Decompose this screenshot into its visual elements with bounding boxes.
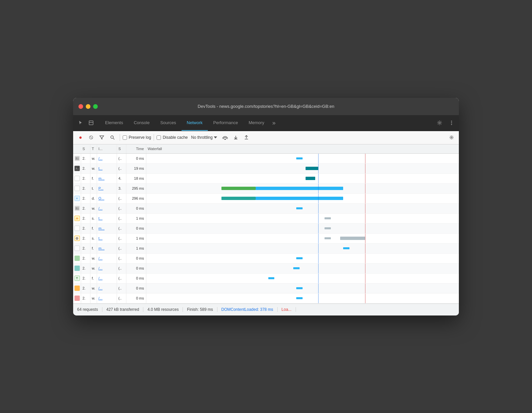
row-name[interactable]: /... xyxy=(97,294,117,303)
row-waterfall xyxy=(146,244,459,253)
row-type: f. xyxy=(90,274,97,283)
row-type: f. xyxy=(90,244,97,253)
header-size[interactable]: S xyxy=(117,144,126,153)
row-waterfall xyxy=(146,284,459,293)
row-type: w. xyxy=(90,264,97,273)
table-row[interactable]: 2.w.t...(..19 ms xyxy=(73,164,459,174)
table-header: S T I... S Time Waterfall xyxy=(73,144,459,154)
row-size: 3. xyxy=(117,184,126,193)
row-name[interactable]: P... xyxy=(97,184,117,193)
preserve-log-input[interactable] xyxy=(123,135,127,140)
filter-icon[interactable] xyxy=(97,133,106,142)
row-size: (.. xyxy=(117,254,126,263)
header-time[interactable]: Time xyxy=(126,144,146,153)
search-icon[interactable] xyxy=(108,133,117,142)
header-waterfall[interactable]: Waterfall xyxy=(146,147,459,151)
svg-rect-16 xyxy=(75,207,79,210)
table-row[interactable]: 2.w./...(..0 ms xyxy=(73,294,459,304)
svg-point-11 xyxy=(451,137,452,138)
row-name[interactable]: m... xyxy=(97,174,117,183)
table-row[interactable]: 2.w./...(..0 ms xyxy=(73,264,459,274)
tab-network[interactable]: Network xyxy=(182,115,208,131)
row-status: 2. xyxy=(81,224,90,233)
row-name[interactable]: O... xyxy=(97,194,117,203)
close-button[interactable] xyxy=(78,104,83,109)
row-icon xyxy=(73,254,81,263)
tab-sources[interactable]: Sources xyxy=(155,115,182,131)
maximize-button[interactable] xyxy=(93,104,98,109)
disable-cache-checkbox[interactable]: Disable cache xyxy=(157,135,188,140)
table-row[interactable]: 2.w./...(..0 ms xyxy=(73,284,459,294)
row-name[interactable]: t... xyxy=(97,234,117,243)
throttle-select[interactable]: No throttling xyxy=(189,134,219,140)
disable-cache-input[interactable] xyxy=(157,135,161,140)
table-row[interactable]: 2.w./...(..0 ms xyxy=(73,204,459,214)
row-time: 0 ms xyxy=(126,204,146,213)
row-name[interactable]: t... xyxy=(97,214,117,223)
row-size: 4. xyxy=(117,174,126,183)
row-name[interactable]: /... xyxy=(97,204,117,213)
table-row[interactable]: 2.f.m...4.18 ms xyxy=(73,174,459,184)
import-icon[interactable] xyxy=(231,133,240,142)
row-icon: JS xyxy=(73,214,81,223)
row-status: 2. xyxy=(81,164,90,173)
cursor-icon[interactable] xyxy=(76,118,85,127)
minimize-button[interactable] xyxy=(86,104,90,109)
preserve-log-checkbox[interactable]: Preserve log xyxy=(123,135,151,140)
table-row[interactable]: 2.w./...(..0 ms xyxy=(73,254,459,264)
more-tabs-button[interactable]: » xyxy=(270,119,278,126)
row-name[interactable]: /... xyxy=(97,254,117,263)
tab-console[interactable]: Console xyxy=(128,115,155,131)
header-status[interactable]: S xyxy=(81,144,90,153)
row-time: 0 ms xyxy=(126,154,146,163)
status-finish: Finish: 589 ms xyxy=(183,307,217,312)
row-icon: T xyxy=(73,274,81,283)
svg-point-3 xyxy=(451,121,452,122)
export-icon[interactable] xyxy=(242,133,251,142)
more-options-icon[interactable] xyxy=(447,118,456,127)
divider-2 xyxy=(154,134,154,141)
tab-performance[interactable]: Performance xyxy=(208,115,243,131)
row-name[interactable]: /... xyxy=(97,154,117,163)
divider-1 xyxy=(120,134,120,141)
settings-icon[interactable] xyxy=(435,118,444,127)
tabbar: Elements Console Sources Network Perform… xyxy=(73,115,459,131)
row-icon xyxy=(73,264,81,273)
row-name[interactable]: m... xyxy=(97,224,117,233)
network-conditions-icon[interactable] xyxy=(220,133,230,142)
table-row[interactable]: T2.f./...(..0 ms xyxy=(73,274,459,284)
status-domcontent: DOMContentLoaded: 378 ms xyxy=(217,307,278,312)
table-row[interactable]: 2.f.m...(..1 ms xyxy=(73,244,459,254)
row-size: (.. xyxy=(117,234,126,243)
stop-button[interactable] xyxy=(86,133,96,142)
row-name[interactable]: t... xyxy=(97,164,117,173)
window-title: DevTools - news.google.com/topstories?hl… xyxy=(198,104,334,109)
network-settings-icon[interactable] xyxy=(447,133,456,142)
row-icon xyxy=(73,174,81,183)
tab-elements[interactable]: Elements xyxy=(100,115,128,131)
row-name[interactable]: /... xyxy=(97,264,117,273)
row-status: 2. xyxy=(81,284,90,293)
row-name[interactable]: /... xyxy=(97,284,117,293)
table-row[interactable]: ≡2.d.O...(..296 ms xyxy=(73,194,459,204)
tab-memory[interactable]: Memory xyxy=(243,115,270,131)
row-waterfall xyxy=(146,294,459,303)
row-name[interactable]: m... xyxy=(97,244,117,253)
header-name[interactable]: I... xyxy=(97,144,117,153)
dock-icon[interactable] xyxy=(86,118,96,127)
row-time: 0 ms xyxy=(126,284,146,293)
record-button[interactable]: ● xyxy=(76,133,85,142)
table-row[interactable]: 2.t.P...3.295 ms xyxy=(73,184,459,194)
row-status: 2. xyxy=(81,184,90,193)
table-row[interactable]: 2.f.m...(..0 ms xyxy=(73,224,459,234)
row-icon: ≡ xyxy=(73,194,81,203)
status-transferred: 427 kB transferred xyxy=(102,307,144,312)
table-row[interactable]: 2.w./...(..0 ms xyxy=(73,154,459,164)
row-time: 19 ms xyxy=(126,164,146,173)
row-waterfall xyxy=(146,224,459,233)
row-name[interactable]: /... xyxy=(97,274,117,283)
table-row[interactable]: JS2.s.t...(..1 ms xyxy=(73,214,459,224)
row-waterfall xyxy=(146,254,459,263)
header-type[interactable]: T xyxy=(90,144,97,153)
table-row[interactable]: ⚙2.s.t...(..1 ms xyxy=(73,234,459,244)
